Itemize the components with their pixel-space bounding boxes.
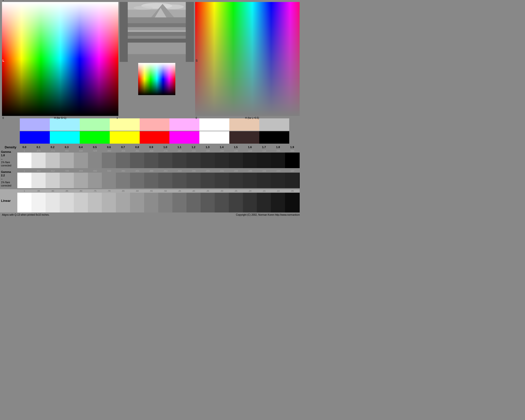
linear-value-cell: .70	[102, 189, 116, 193]
linear-swatch-cell	[60, 193, 74, 212]
color-bar-cell	[169, 131, 199, 144]
density-col-header: 0.8	[130, 145, 144, 149]
linear-value-cell: .95	[31, 189, 46, 193]
linear-swatch-cell	[243, 193, 257, 212]
density-col-header: 0.1	[31, 145, 46, 149]
gamma22-swatch-cell	[60, 173, 74, 188]
photo-area	[120, 2, 194, 62]
density-col-header: 0.5	[88, 145, 102, 149]
density-blk-col	[299, 145, 300, 149]
density-col-header: 1.0	[158, 145, 172, 149]
linear-value-cell: .50	[158, 189, 172, 193]
svg-rect-7	[128, 17, 186, 23]
linear-swatch-cell	[229, 193, 243, 212]
gamma18-swatches-wrapper: 1.878.773.682.600.529.463.408.361.318.27…	[17, 149, 299, 168]
linear-value-row: 1.95.90.85.80.75.70.65.60.55.50.45.40.35…	[17, 189, 299, 193]
linear-swatch-row	[17, 193, 299, 212]
gamma18-value-row: 1.878.773.682.600.529.463.408.361.318.27…	[17, 149, 299, 153]
gamma18-value-cell: .600	[74, 149, 88, 153]
svg-rect-12	[128, 36, 186, 39]
density-col-header: 1.8	[271, 145, 285, 149]
gamma18-swatch-cell	[158, 153, 172, 168]
gamma22-value-cell: .169	[257, 169, 271, 173]
footer: Aligns with Q-13 when printed 8x10 inche…	[0, 212, 300, 217]
gamma18-value-cell: .682	[60, 149, 74, 153]
gamma22-value-cell: 1	[17, 169, 31, 173]
linear-value-cell: .20	[243, 189, 257, 193]
gamma22-swatch-row	[17, 173, 299, 188]
gamma22-value-cell: .353	[158, 169, 172, 173]
gamma18-flare-label: 1% flarecorrected	[1, 161, 16, 167]
gamma18-block: Gamma1.8 – 1% flarecorrected 1.878.773.6…	[0, 149, 300, 168]
left-chart-1-top: 1	[2, 0, 4, 1]
hsl-right-canvas	[195, 2, 300, 116]
linear-swatch-cell	[31, 193, 46, 212]
saturated-bar-row	[20, 131, 289, 144]
density-col-header: 0.2	[46, 145, 60, 149]
linear-swatch-cell	[144, 193, 158, 212]
gamma22-swatch-cell	[243, 173, 257, 188]
svg-rect-14	[128, 43, 186, 54]
linear-value-cell: .25	[229, 189, 243, 193]
linear-swatch-cell	[116, 193, 130, 212]
linear-value-cell: .65	[116, 189, 130, 193]
gamma22-swatch-cell	[201, 173, 215, 188]
gamma22-swatch-cell	[144, 173, 158, 188]
gamma18-swatch-cell	[201, 153, 215, 168]
linear-value-cell: .05	[285, 189, 299, 193]
svg-rect-15	[128, 54, 186, 62]
gamma22-value-cell: .729	[60, 169, 74, 173]
linear-value-cell: .35	[201, 189, 215, 193]
color-bar-cell	[80, 118, 110, 131]
linear-value-cell: .80	[74, 189, 88, 193]
gamma22-swatch-cell	[88, 173, 102, 188]
gamma22-flare-label: 1% flarecorrected	[1, 181, 16, 187]
gamma18-value-cell: .773	[46, 149, 60, 153]
density-col-header: 1.4	[215, 145, 229, 149]
gamma18-value-cell: .129	[243, 149, 257, 153]
density-values-row: 0.00.10.20.30.40.50.60.70.80.91.01.11.21…	[17, 145, 299, 149]
gamma18-swatch-cell	[17, 153, 31, 168]
left-chart-1: 1	[116, 117, 118, 119]
color-bar-cell	[80, 131, 110, 144]
gamma18-value-cell: .086	[285, 149, 299, 153]
density-col-header: 1.6	[243, 145, 257, 149]
linear-swatch-cell	[88, 193, 102, 212]
color-bar-cell	[110, 131, 140, 144]
density-col-header: 0.4	[74, 145, 88, 149]
linear-swatch-cell	[257, 193, 271, 212]
density-section: Density 0.00.10.20.30.40.50.60.70.80.91.…	[0, 145, 300, 188]
linear-blk-col	[299, 189, 300, 212]
gamma22-swatch-cell	[158, 173, 172, 188]
density-col-header: 1.9	[285, 145, 299, 149]
color-bar-cell	[140, 118, 170, 131]
gamma18-value-cell: .216	[186, 149, 201, 153]
pastel-bar-row	[20, 118, 289, 131]
density-col-header: 0.6	[102, 145, 116, 149]
linear-swatch-cell	[130, 193, 144, 212]
left-chart-h: H (for S=1)	[54, 117, 66, 119]
color-bar-cell	[199, 118, 229, 131]
linear-swatch-cell	[271, 193, 285, 212]
right-chart-h: H (for L=0.5)	[245, 117, 259, 119]
mini-hsl-canvas	[138, 63, 175, 95]
gamma22-value-cell: .188	[243, 169, 257, 173]
linear-value-cell: .30	[215, 189, 229, 193]
svg-rect-9	[128, 27, 186, 30]
gamma18-value-cell: .318	[144, 149, 158, 153]
gamma22-value-row: 1.902.812.729.659.592.533.482.431.388.35…	[17, 169, 299, 173]
gamma22-swatch-cell	[285, 173, 299, 188]
color-bar-cell	[169, 118, 199, 131]
footer-right: Copyright (C) 2002, Norman Koren http://…	[236, 213, 300, 216]
gamma18-label: Gamma1.8	[1, 150, 16, 157]
gamma22-swatch-cell	[229, 173, 243, 188]
gamma22-value-cell: .482	[116, 169, 130, 173]
density-col-header: 0.7	[116, 145, 130, 149]
linear-swatch-cell	[172, 193, 186, 212]
density-col-header: 1.7	[257, 145, 271, 149]
gamma18-value-cell: .361	[130, 149, 144, 153]
gamma22-value-cell: .902	[31, 169, 46, 173]
svg-rect-8	[128, 23, 186, 27]
hsl-left-canvas	[2, 2, 118, 116]
gamma22-swatch-cell	[116, 173, 130, 188]
